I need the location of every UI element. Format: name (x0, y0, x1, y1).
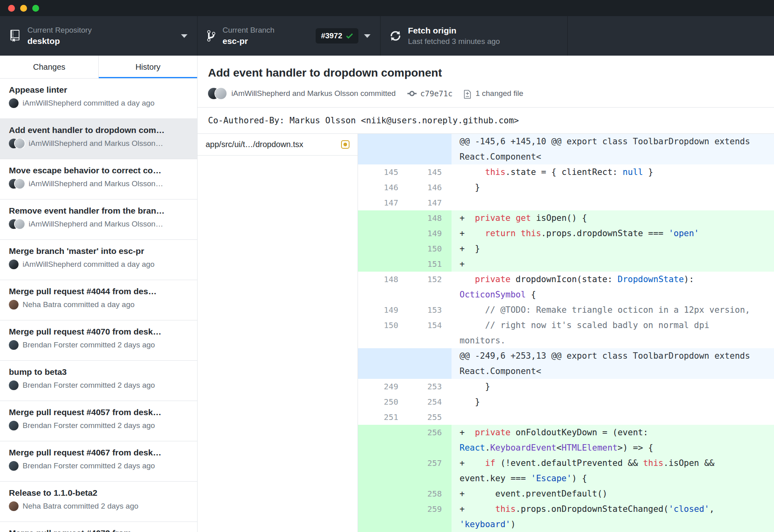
author-avatars (9, 421, 19, 430)
commit-summary: Add event handler to dropdown component … (198, 56, 774, 108)
line-number-new: 149 (406, 226, 452, 241)
diff-code: // right now it's scaled badly on normal… (452, 318, 774, 348)
line-number-new: 145 (406, 164, 452, 180)
commit-item-byline-text: iAmWillShepherd and Markus Olsson… (29, 179, 163, 188)
commit-item-title: Merge pull request #4070 from desk… (9, 326, 187, 337)
sync-icon (390, 29, 401, 42)
diff-code: + event.preventDefault() (452, 486, 774, 501)
author-avatars (9, 179, 25, 189)
tab-history[interactable]: History (98, 56, 197, 78)
diff-code: } (452, 180, 774, 195)
commit-item-byline: iAmWillShepherd and Markus Olsson… (9, 139, 187, 148)
diff-code: } (452, 394, 774, 409)
diff-line: 250254 } (358, 394, 774, 409)
diff-line: 146146 } (358, 180, 774, 195)
diff-view[interactable]: @@ -145,6 +145,10 @@ export class Toolba… (358, 134, 774, 532)
line-number-old: 251 (358, 409, 406, 425)
line-number-old (358, 501, 406, 532)
commit-list-item[interactable]: Merge pull request #4067 from desk…Brend… (0, 441, 197, 482)
diff-line: 147147 (358, 195, 774, 210)
line-number-new: 148 (406, 210, 452, 226)
commit-item-title: Remove event handler from the bran… (9, 206, 187, 216)
line-number-old (358, 486, 406, 501)
avatar (9, 421, 19, 430)
author-avatars (9, 501, 19, 511)
repository-picker[interactable]: Current Repository desktop (0, 16, 198, 56)
commit-list-item[interactable]: Add event handler to dropdown com…iAmWil… (0, 119, 197, 159)
fetch-origin-button[interactable]: Fetch origin Last fetched 3 minutes ago (381, 16, 568, 56)
diff-line: 150+ } (358, 241, 774, 256)
commit-item-byline-text: Neha Batra committed a day ago (23, 300, 135, 309)
commit-item-byline: Neha Batra committed 2 days ago (9, 501, 187, 511)
commit-item-byline-text: Brendan Forster committed 2 days ago (23, 341, 155, 349)
line-number-new: 259 (406, 501, 452, 532)
commit-item-title: Appease linter (9, 85, 187, 95)
zoom-button[interactable] (32, 5, 39, 12)
repo-icon (10, 30, 20, 42)
commit-list-item[interactable]: Merge pull request #4044 from des…Neha B… (0, 280, 197, 320)
commit-list-item[interactable]: Remove event handler from the bran…iAmWi… (0, 200, 197, 240)
minimize-button[interactable] (20, 5, 27, 12)
avatar (9, 98, 19, 108)
avatar (9, 300, 19, 310)
line-number-old: 249 (358, 379, 406, 394)
diff-line: 249253 } (358, 379, 774, 394)
diff-code (452, 195, 774, 210)
line-number-old: 148 (358, 272, 406, 302)
repository-name: desktop (27, 36, 175, 46)
commit-item-title: Add event handler to dropdown com… (9, 125, 187, 135)
avatar (15, 219, 25, 229)
diff-code: + private onFoldoutKeyDown = (event: Rea… (452, 425, 774, 455)
hunk-header: @@ -249,6 +253,13 @@ export class Toolba… (452, 348, 774, 379)
line-number-old: 145 (358, 164, 406, 180)
diff-code: + private get isOpen() { (452, 210, 774, 226)
commit-item-title: Merge pull request #4057 from desk… (9, 407, 187, 418)
line-number-new: 152 (406, 272, 452, 302)
line-number-old: 149 (358, 302, 406, 318)
close-button[interactable] (8, 5, 15, 12)
commit-list-item[interactable]: Move escape behavior to correct co…iAmWi… (0, 159, 197, 200)
commit-item-byline: Brendan Forster committed 2 days ago (9, 340, 187, 350)
hunk-header: @@ -145,6 +145,10 @@ export class Toolba… (452, 134, 774, 164)
diff-code: + return this.props.dropdownState === 'o… (452, 226, 774, 241)
commit-list-item[interactable]: Merge pull request #4057 from desk…Brend… (0, 401, 197, 441)
commit-item-title: Merge pull request #4067 from desk… (9, 447, 187, 458)
diff-line: 256+ private onFoldoutKeyDown = (event: … (358, 425, 774, 455)
commit-list-item[interactable]: Release to 1.1.0-beta2Neha Batra committ… (0, 482, 197, 522)
commit-item-byline-text: Neha Batra committed 2 days ago (23, 502, 138, 511)
line-number-old (358, 256, 406, 272)
diff-line: 148152 private dropdownIcon(state: Dropd… (358, 272, 774, 302)
commit-list-item[interactable]: Merge branch 'master' into esc-priAmWill… (0, 240, 197, 280)
branch-picker[interactable]: Current Branch esc-pr #3972 (198, 16, 381, 56)
commit-item-title: Merge branch 'master' into esc-pr (9, 246, 187, 256)
diff-line: 150154 // right now it's scaled badly on… (358, 318, 774, 348)
commit-list-item[interactable]: Merge pull request #4070 from desk…Brend… (0, 320, 197, 361)
github-desktop-window: Current Repository desktop Current Branc… (0, 0, 774, 532)
commit-item-byline-text: iAmWillShepherd committed a day ago (23, 99, 154, 108)
commit-list-item[interactable]: bump to beta3Brendan Forster committed 2… (0, 361, 197, 401)
diff-line: 149+ return this.props.dropdownState ===… (358, 226, 774, 241)
git-commit-icon (407, 88, 417, 99)
diff-code: + this.props.onDropdownStateChanged('clo… (452, 501, 774, 532)
line-number-new: 254 (406, 394, 452, 409)
commit-byline: iAmWillShepherd and Markus Olsson commit… (231, 89, 396, 98)
line-number-new (406, 348, 452, 379)
line-number-old (358, 348, 406, 379)
pr-status-badge[interactable]: #3972 (316, 28, 358, 44)
diff-code: + } (452, 241, 774, 256)
repository-label: Current Repository (27, 26, 175, 35)
line-number-old (358, 210, 406, 226)
commit-history-list[interactable]: Appease linteriAmWillShepherd committed … (0, 79, 197, 532)
line-number-old (358, 226, 406, 241)
commit-list-item[interactable]: Appease linteriAmWillShepherd committed … (0, 79, 197, 119)
diff-line: 151+ (358, 256, 774, 272)
line-number-old: 146 (358, 180, 406, 195)
line-number-new: 153 (406, 302, 452, 318)
author-avatars (208, 88, 227, 99)
branch-label: Current Branch (223, 26, 313, 35)
tab-changes[interactable]: Changes (0, 56, 98, 78)
file-list-item[interactable]: app/src/ui/t…/dropdown.tsx (198, 134, 358, 156)
commit-list-item[interactable]: Merge pull request #4072 from… (0, 522, 197, 532)
fetch-subtitle: Last fetched 3 minutes ago (408, 37, 558, 46)
diff-code: this.state = { clientRect: null } (452, 164, 774, 180)
